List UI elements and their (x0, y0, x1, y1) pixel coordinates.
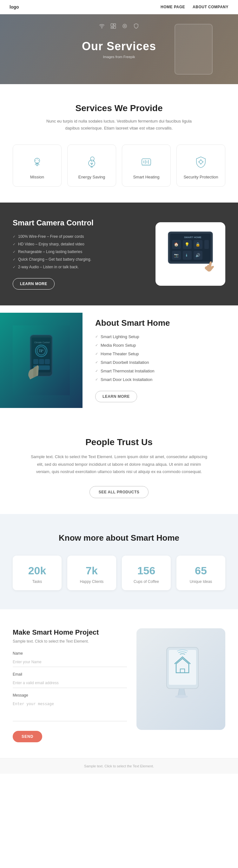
stat-coffee-number: 156 (126, 564, 166, 577)
email-label: Email (13, 672, 127, 677)
navigation: logo HOME PAGE ABOUT COMPANY (0, 0, 238, 14)
nav-links: HOME PAGE ABOUT COMPANY (161, 5, 229, 9)
name-label: Name (13, 651, 127, 656)
svg-rect-44 (169, 650, 196, 685)
svg-text:📷: 📷 (174, 253, 179, 257)
camera-feature-1: 100% Wire-Free – Free of power cords (13, 234, 146, 239)
stat-coffee: 156 Cups of Coffee (122, 556, 171, 590)
svg-text:🏠: 🏠 (174, 242, 179, 247)
nav-about[interactable]: ABOUT COMPANY (193, 5, 229, 9)
mission-label: Mission (30, 175, 44, 179)
svg-rect-10 (142, 159, 151, 165)
name-field-group: Name (13, 651, 127, 667)
about-feature-1: Smart Lighting Setup (95, 334, 225, 339)
mission-icon (29, 154, 45, 170)
svg-text:Climate Control: Climate Control (34, 341, 50, 343)
stat-clients: 7k Happy Clients (67, 556, 116, 590)
stats-section: Know more about Smart Home 20k Tasks 7k … (0, 514, 238, 609)
stat-ideas-label: Unique Ideas (181, 580, 221, 584)
about-content: About Smart Home Smart Lighting Setup Me… (82, 305, 238, 415)
project-section: Make Smart Home Project Sample text. Cli… (0, 609, 238, 758)
service-card-heating: Smart Heating (122, 145, 171, 187)
camera-heading: Smart Camera Control (13, 218, 146, 227)
camera-image: SMART HOME 🏠 💡 🔒 📷 🌡 🔊 (156, 222, 225, 286)
svg-rect-2 (113, 24, 116, 25)
message-input[interactable] (13, 699, 127, 721)
service-cards-container: Mission Energy Saving (13, 145, 225, 187)
hero-subtitle: Images from Freepik (82, 55, 156, 59)
about-image: Climate Control 72° (0, 313, 82, 408)
svg-text:🌡: 🌡 (185, 253, 189, 257)
about-feature-5: Smart Thermostat Installation (95, 369, 225, 373)
security-label: Security Protection (183, 175, 218, 179)
energy-label: Energy Saving (78, 175, 105, 179)
about-learn-more-button[interactable]: LEARN MORE (95, 391, 137, 402)
send-button[interactable]: SEND (13, 731, 42, 742)
svg-rect-40 (39, 359, 44, 364)
camera-feature-3: Rechargeable – Long lasting batteries (13, 250, 146, 254)
camera-features-list: 100% Wire-Free – Free of power cords HD … (13, 234, 146, 269)
hero-content: Our Services Images from Freepik (82, 40, 156, 59)
heating-label: Smart Heating (133, 175, 159, 179)
camera-section: Smart Camera Control 100% Wire-Free – Fr… (0, 203, 238, 305)
stat-coffee-label: Cups of Coffee (126, 580, 166, 584)
camera-feature-2: HD Video – Enjoy sharp, detailed video (13, 242, 146, 246)
svg-rect-4 (111, 27, 113, 29)
energy-saving-icon (83, 154, 100, 170)
project-form-area: Make Smart Home Project Sample text. Cli… (13, 628, 127, 742)
camera-feature-4: Quick Charging – Get fast battery chargi… (13, 257, 146, 261)
svg-text:💡: 💡 (185, 242, 190, 247)
svg-rect-39 (33, 359, 38, 364)
about-feature-3: Home Theater Setup (95, 351, 225, 356)
svg-text:🔊: 🔊 (196, 253, 200, 257)
service-card-security: Security Protection (176, 145, 225, 187)
camera-feature-5: 2-way Audio – Listen in or talk back. (13, 265, 146, 269)
smart-heating-icon (138, 154, 155, 170)
hero-tablet-mockup (174, 24, 213, 74)
svg-rect-3 (113, 26, 116, 29)
logo: logo (9, 4, 19, 9)
stats-heading: Know more about Smart Home (13, 533, 225, 543)
message-label: Message (13, 693, 127, 698)
camera-learn-more-button[interactable]: LEARN MORE (13, 278, 55, 289)
stat-tasks-label: Tasks (17, 580, 57, 584)
hero-section: Our Services Images from Freepik (0, 14, 238, 84)
about-feature-2: Media Room Setup (95, 343, 225, 348)
camera-text: Smart Camera Control 100% Wire-Free – Fr… (13, 218, 146, 289)
stat-ideas-number: 65 (181, 564, 221, 577)
project-image (136, 628, 225, 730)
svg-point-5 (124, 25, 126, 27)
svg-text:SMART HOME: SMART HOME (184, 236, 202, 239)
email-input[interactable] (13, 678, 127, 688)
trust-section: People Trust Us Sample text. Click to se… (0, 415, 238, 514)
project-description: Sample text. Click to select the Text El… (13, 639, 127, 644)
nav-home[interactable]: HOME PAGE (161, 5, 185, 9)
svg-text:72°: 72° (39, 349, 43, 353)
hero-title: Our Services (82, 40, 156, 53)
footer-text: Sample text. Click to select the Text El… (13, 764, 225, 768)
stat-tasks: 20k Tasks (13, 556, 62, 590)
svg-rect-41 (45, 359, 50, 364)
stat-ideas: 65 Unique Ideas (176, 556, 225, 590)
name-input[interactable] (13, 657, 127, 667)
security-icon (193, 154, 209, 170)
stat-tasks-number: 20k (17, 564, 57, 577)
hero-icons (99, 23, 139, 29)
see-all-products-button[interactable]: SEE ALL PRODUCTS (90, 486, 149, 498)
services-description: Nunc eu turpis id nulla sodales luctus. … (43, 118, 195, 132)
about-features-list: Smart Lighting Setup Media Room Setup Ho… (95, 334, 225, 382)
service-card-energy: Energy Saving (67, 145, 116, 187)
svg-point-15 (199, 160, 202, 163)
about-heading: About Smart Home (95, 318, 225, 328)
svg-text:🔒: 🔒 (196, 242, 200, 247)
about-feature-4: Smart Doorbell Installation (95, 360, 225, 365)
stats-grid: 20k Tasks 7k Happy Clients 156 Cups of C… (13, 556, 225, 590)
trust-description: Sample text. Click to select the Text El… (30, 453, 208, 475)
svg-rect-22 (204, 240, 209, 249)
email-field-group: Email (13, 672, 127, 688)
svg-point-0 (102, 28, 102, 28)
message-field-group: Message (13, 693, 127, 722)
footer: Sample text. Click to select the Text El… (0, 758, 238, 774)
services-heading: Services We Provide (13, 103, 225, 113)
project-heading: Make Smart Home Project (13, 628, 127, 637)
